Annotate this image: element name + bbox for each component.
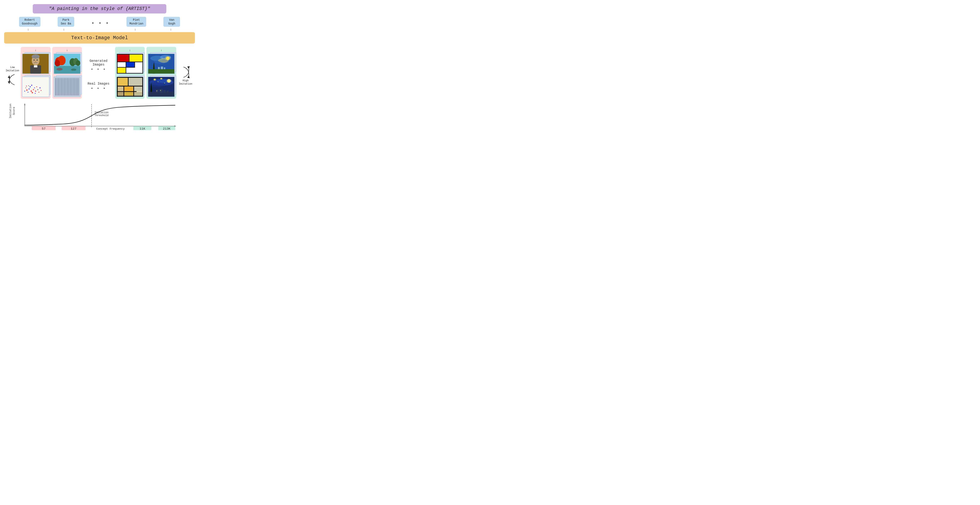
svg-text:Imitation: Imitation — [95, 111, 109, 114]
svg-point-21 — [26, 86, 27, 86]
svg-text:213K: 213K — [163, 127, 171, 131]
svg-point-38 — [71, 69, 76, 71]
svg-rect-83 — [118, 78, 128, 86]
artist-box-0: RobertGoodnough — [19, 17, 41, 27]
svg-rect-53 — [75, 78, 76, 96]
svg-rect-68 — [118, 62, 126, 67]
arrow-down-dots — [91, 27, 108, 31]
columns-container: ↓ — [21, 46, 176, 100]
svg-rect-44 — [61, 78, 62, 96]
mondrian-gen-svg — [117, 54, 143, 73]
col-center: Generated Images • • • Real Images • • • — [84, 47, 113, 99]
svg-rect-39 — [54, 77, 80, 97]
svg-rect-57 — [117, 54, 143, 54]
artist-box-4: VanGogh — [164, 17, 180, 27]
svg-rect-118 — [167, 91, 169, 93]
vangogh-gen-svg — [148, 54, 175, 73]
stripes-svg — [54, 77, 80, 97]
svg-rect-88 — [118, 92, 123, 96]
high-imitation-arrow — [180, 66, 191, 78]
svg-rect-54 — [76, 78, 78, 96]
generated-images-text: Generated Images — [89, 59, 107, 67]
svg-rect-74 — [117, 77, 143, 78]
svg-rect-70 — [135, 62, 142, 67]
col-goodnough: ↓ — [21, 47, 51, 99]
svg-rect-84 — [129, 78, 142, 86]
mondrian-real — [116, 76, 144, 97]
starry-night-svg — [148, 77, 175, 97]
real-images-label: Real Images • • • — [88, 82, 110, 91]
svg-point-5 — [33, 60, 35, 61]
dots-real: • • • — [88, 86, 110, 91]
goodnough-real-front — [22, 76, 49, 97]
svg-rect-97 — [148, 69, 174, 73]
svg-rect-81 — [123, 86, 124, 97]
svg-point-20 — [31, 84, 32, 86]
parkseoba-real — [54, 76, 81, 97]
imitation-score-area: ImitationScore — [4, 102, 21, 133]
arrow-down-4: ↓ — [162, 27, 179, 31]
goodnough-real — [22, 76, 49, 97]
svg-rect-46 — [64, 78, 65, 96]
svg-rect-47 — [66, 78, 67, 96]
svg-rect-100 — [164, 68, 165, 69]
svg-text:Concept Frequency: Concept Frequency — [96, 127, 125, 131]
low-imitation-label: Low Imitation — [4, 66, 21, 72]
arrow-down-3: ↓ — [127, 27, 143, 31]
svg-rect-45 — [63, 78, 64, 96]
svg-rect-80 — [128, 77, 129, 86]
svg-point-33 — [54, 60, 60, 67]
arrow-col2-top: ↓ — [66, 49, 68, 52]
svg-rect-48 — [67, 78, 68, 96]
svg-rect-59 — [117, 54, 118, 73]
svg-rect-86 — [124, 86, 133, 91]
svg-point-113 — [166, 79, 172, 83]
gen-images-label: Generated Images • • • — [85, 59, 112, 72]
real-images-text: Real Images — [88, 82, 110, 86]
svg-rect-82 — [133, 86, 134, 97]
svg-point-24 — [35, 93, 36, 94]
arrow-col4-top: ↓ — [129, 49, 130, 52]
svg-point-14 — [25, 88, 26, 88]
svg-rect-116 — [160, 89, 163, 93]
svg-rect-115 — [156, 89, 159, 93]
parkseoba-generated — [54, 54, 81, 74]
parkseoba-gen-front — [54, 54, 81, 74]
svg-rect-41 — [57, 78, 58, 96]
svg-point-110 — [158, 81, 158, 82]
portrait-svg — [22, 54, 49, 73]
svg-rect-40 — [55, 78, 56, 96]
mondrian-real-svg — [117, 77, 143, 97]
svg-rect-42 — [58, 78, 59, 96]
high-imitation-label: High Imitation — [176, 79, 195, 86]
svg-rect-77 — [142, 77, 143, 97]
right-label-area: High Imitation — [176, 46, 195, 100]
svg-point-7 — [35, 61, 36, 62]
svg-rect-58 — [117, 73, 143, 73]
vangogh-real — [148, 76, 175, 97]
svg-rect-65 — [134, 62, 135, 68]
svg-rect-49 — [69, 78, 70, 96]
svg-rect-66 — [118, 55, 129, 62]
arrows-down-row: ↓ ↓ ↓ ↓ — [4, 27, 195, 31]
svg-point-19 — [28, 85, 29, 86]
svg-point-6 — [37, 60, 38, 61]
svg-rect-117 — [164, 90, 166, 93]
col-vangogh: ↓ — [146, 47, 176, 99]
svg-marker-122 — [24, 103, 25, 105]
svg-text:Threshold: Threshold — [95, 114, 109, 117]
svg-rect-78 — [117, 86, 143, 86]
svg-rect-4 — [34, 65, 37, 68]
chart-right-spacer — [176, 102, 195, 133]
svg-point-13 — [33, 89, 34, 90]
mondrian-gen-front — [116, 54, 144, 74]
artist-box-3: PietMondrian — [126, 17, 146, 27]
svg-rect-67 — [129, 55, 142, 62]
artist-box-1: ParkSeo Ba — [58, 17, 74, 27]
svg-point-22 — [36, 86, 37, 87]
title-text: "A painting in the style of {ARTIST}" — [49, 6, 150, 11]
svg-rect-89 — [124, 92, 133, 96]
svg-rect-75 — [117, 96, 143, 97]
imitation-score-label: ImitationScore — [9, 104, 16, 118]
svg-point-27 — [40, 87, 40, 88]
